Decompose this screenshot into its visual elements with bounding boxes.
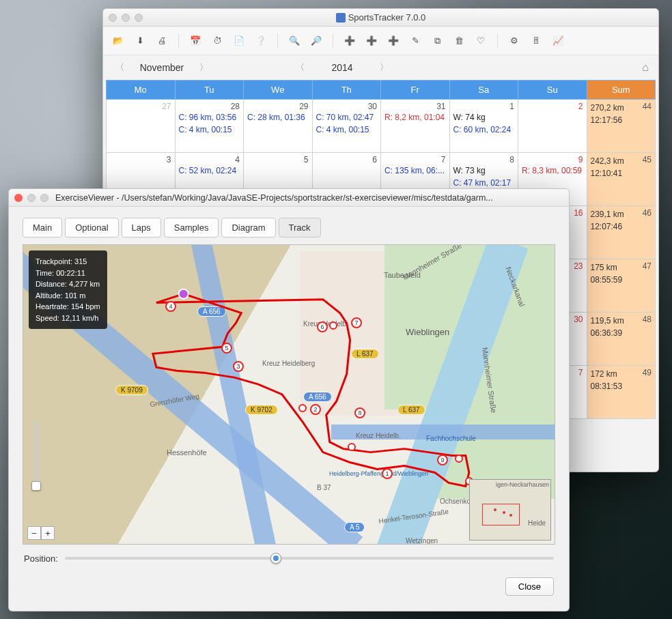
position-row: Position: — [9, 547, 569, 569]
print-icon[interactable]: 🖨 — [155, 34, 169, 48]
prev-month-icon[interactable]: 〈 — [113, 59, 127, 76]
titlebar[interactable]: SportsTracker 7.0.0 — [103, 9, 658, 27]
week-sum-cell: 48119,5 km06:36:39 — [587, 313, 656, 366]
zoom-slider[interactable] — [30, 422, 42, 511]
add-weight-icon[interactable]: ➕ — [387, 34, 400, 48]
waypoint: 4 — [165, 301, 176, 312]
calendar-header: Tu — [175, 81, 244, 100]
help-icon[interactable]: ❔ — [254, 34, 268, 48]
waypoint: 5 — [221, 343, 232, 354]
year-label: 2014 — [318, 62, 366, 73]
close-icon[interactable] — [14, 194, 23, 202]
calendar-entry[interactable]: C: 28 km, 01:36 — [247, 111, 309, 124]
stopwatch-icon[interactable]: ⏱ — [210, 34, 224, 48]
month-nav: 〈 November 〉 〈 2014 〉 ⌂ — [103, 55, 658, 80]
zoom-icon[interactable] — [40, 194, 48, 202]
viewer-tabs: MainOptionalLapsSamplesDiagramTrack — [9, 207, 569, 237]
minimize-icon[interactable] — [122, 14, 130, 22]
waypoint: 9 — [437, 455, 448, 465]
close-icon[interactable] — [109, 14, 117, 22]
delete-icon[interactable]: 🗑 — [452, 34, 466, 48]
tab-diagram[interactable]: Diagram — [221, 218, 275, 237]
minimize-icon[interactable] — [27, 194, 36, 202]
calendar-header: Su — [518, 81, 587, 100]
calendar-entry[interactable]: R: 8,3 km, 00:59 — [522, 164, 583, 177]
week-sum-cell: 46239,1 km12:07:46 — [587, 206, 656, 259]
viewer-title: ExerciseViewer - /Users/stefan/Working/J… — [55, 193, 563, 203]
add-run-icon[interactable]: ➕ — [365, 34, 378, 48]
open-icon[interactable]: 📂 — [111, 34, 125, 48]
calendar-entry[interactable]: W: 74 kg — [453, 111, 515, 124]
calendar-cell[interactable]: 1W: 74 kgC: 60 km, 02:24 — [449, 100, 518, 153]
next-year-icon[interactable]: 〉 — [377, 59, 391, 76]
calendar-cell[interactable]: 2 — [518, 100, 587, 153]
waypoint: 2 — [310, 404, 321, 415]
tab-optional[interactable]: Optional — [65, 218, 118, 237]
waypoint — [329, 321, 337, 330]
waypoint: 3 — [233, 361, 244, 372]
waypoint: 8 — [354, 407, 365, 418]
zoom-in-icon[interactable]: 🔎 — [309, 34, 323, 48]
settings-icon[interactable]: ⚙ — [507, 34, 521, 48]
position-slider[interactable] — [65, 551, 554, 565]
tab-laps[interactable]: Laps — [122, 218, 161, 237]
add-cycle-icon[interactable]: ➕ — [343, 34, 356, 48]
heart-icon[interactable]: ♡ — [474, 34, 488, 48]
calendar-header: Fr — [381, 81, 450, 100]
app-icon — [336, 13, 346, 23]
calendar-entry[interactable]: C: 47 km, 02:17 — [453, 177, 515, 189]
tab-samples[interactable]: Samples — [164, 218, 219, 237]
viewer-titlebar[interactable]: ExerciseViewer - /Users/stefan/Working/J… — [9, 189, 569, 207]
tab-track[interactable]: Track — [279, 218, 321, 237]
position-label: Position: — [24, 553, 58, 564]
calendar-entry[interactable]: C: 4 km, 00:15 — [316, 124, 378, 136]
calendar-icon[interactable]: 📅 — [188, 34, 202, 48]
zoom-icon[interactable] — [135, 14, 143, 22]
window-title: SportsTracker 7.0.0 — [103, 12, 658, 23]
week-sum-cell: 49172 km08:31:53 — [587, 366, 656, 419]
toolbar: 📂 ⬇ 🖨 📅 ⏱ 📄 ❔ 🔍 🔎 ➕ ➕ ➕ ✎ ⧉ 🗑 ♡ ⚙ 🎚 📈 — [103, 27, 658, 55]
tab-main[interactable]: Main — [23, 218, 62, 237]
chart-icon[interactable]: 📈 — [551, 34, 565, 48]
waypoint — [348, 443, 356, 451]
month-label: November — [138, 62, 186, 73]
calendar-header: Mo — [107, 81, 176, 100]
zoom-out-button[interactable]: − — [27, 526, 41, 540]
calendar-cell[interactable]: 31R: 8,2 km, 01:04 — [381, 100, 450, 153]
calendar-entry[interactable]: C: 96 km, 03:56 — [179, 111, 240, 124]
calendar-entry[interactable]: C: 70 km, 02:47 — [316, 111, 378, 124]
copy-icon[interactable]: ⧉ — [430, 34, 444, 48]
calendar-cell[interactable]: 28C: 96 km, 03:56C: 4 km, 00:15 — [175, 100, 244, 153]
edit-icon[interactable]: ✎ — [408, 34, 422, 48]
waypoint: 1 — [382, 468, 393, 479]
zoom-in-button[interactable]: + — [41, 526, 55, 540]
calendar-header: Sa — [449, 81, 518, 100]
calendar-entry[interactable]: R: 8,2 km, 01:04 — [384, 111, 446, 124]
calendar-cell[interactable]: 27 — [107, 100, 176, 153]
close-button[interactable]: Close — [505, 577, 554, 596]
svg-point-0 — [179, 289, 188, 299]
calendar-cell[interactable]: 30C: 70 km, 02:47C: 4 km, 00:15 — [312, 100, 381, 153]
columns-icon[interactable]: 🎚 — [529, 34, 543, 48]
save-icon[interactable]: ⬇ — [133, 34, 147, 48]
note-icon[interactable]: 📄 — [232, 34, 246, 48]
zoom-out-icon[interactable]: 🔍 — [288, 34, 301, 48]
track-map[interactable]: A 656 A 656 A 5 K 9709 K 9702 L 637 L 63… — [23, 244, 555, 545]
home-icon[interactable]: ⌂ — [642, 61, 649, 74]
calendar-header: Sum — [587, 81, 656, 100]
calendar-header: We — [244, 81, 313, 100]
calendar-entry[interactable]: C: 4 km, 00:15 — [179, 124, 240, 136]
calendar-entry[interactable]: W: 73 kg — [453, 164, 515, 177]
waypoint — [298, 404, 307, 412]
calendar-entry[interactable]: C: 135 km, 06:... — [384, 164, 446, 177]
next-month-icon[interactable]: 〉 — [197, 59, 211, 76]
calendar-entry[interactable]: C: 52 km, 02:24 — [179, 164, 240, 177]
prev-year-icon[interactable]: 〈 — [293, 59, 307, 76]
waypoint — [455, 455, 463, 463]
week-sum-cell: 45242,3 km12:10:41 — [587, 153, 656, 206]
waypoint: 6 — [317, 321, 328, 332]
waypoint: 7 — [351, 317, 362, 328]
calendar-cell[interactable]: 29C: 28 km, 01:36 — [244, 100, 313, 153]
overview-map[interactable]: igen-Neckarhausen Heide — [469, 479, 551, 541]
calendar-entry[interactable]: C: 60 km, 02:24 — [453, 124, 515, 136]
